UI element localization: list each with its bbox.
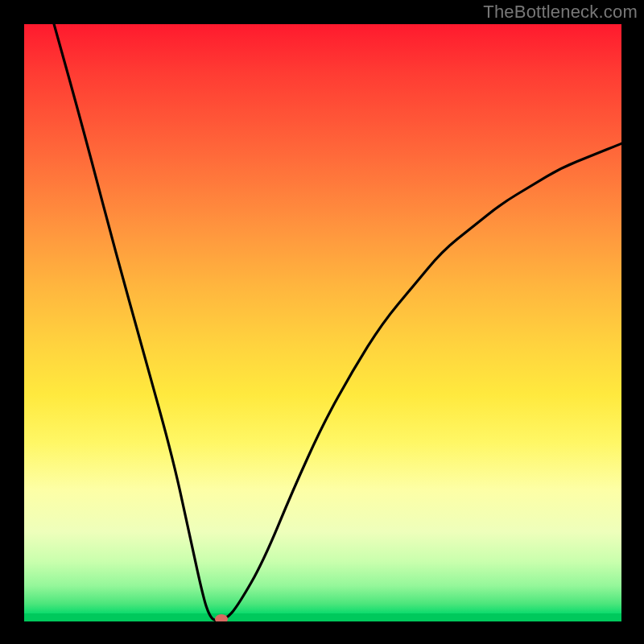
bottleneck-curve-svg — [24, 24, 621, 621]
chart-frame: TheBottleneck.com — [0, 0, 644, 644]
watermark-label: TheBottleneck.com — [483, 2, 638, 23]
bottleneck-curve — [54, 24, 621, 621]
optimal-point-marker — [215, 614, 228, 621]
plot-area — [24, 24, 621, 621]
